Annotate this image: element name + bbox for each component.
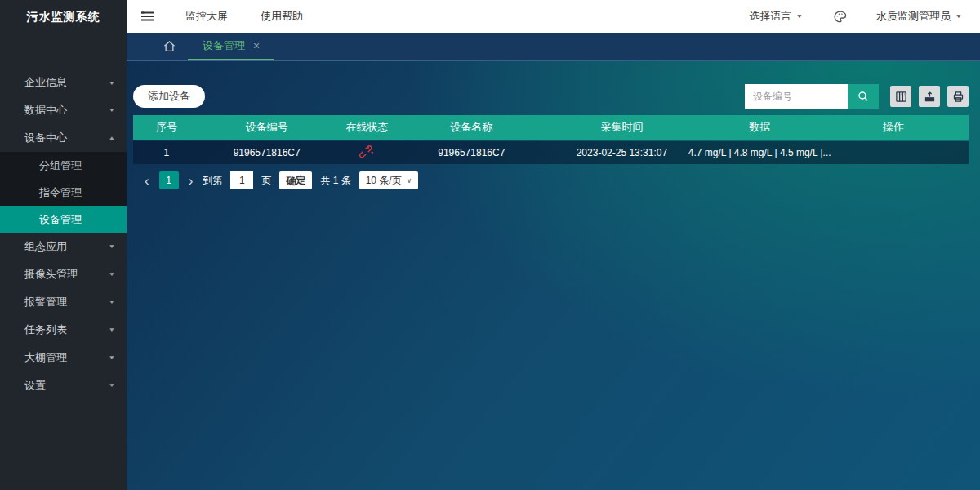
cell-device-name: 9196571816C7 bbox=[400, 141, 542, 164]
sidebar-item-task-list[interactable]: 任务列表 ▼ bbox=[0, 316, 127, 344]
chevron-down-icon: ▼ bbox=[109, 107, 116, 113]
chevron-down-icon: ▼ bbox=[109, 79, 116, 85]
cell-operation bbox=[818, 141, 969, 164]
col-header-online-status: 在线状态 bbox=[334, 115, 401, 140]
table-header-row: 序号 设备编号 在线状态 设备名称 采集时间 数据 操作 bbox=[133, 115, 969, 140]
tab-bar: 设备管理 × bbox=[127, 33, 980, 61]
sidebar-subitem-device-management[interactable]: 设备管理 bbox=[0, 206, 127, 233]
page-1-button[interactable]: 1 bbox=[159, 172, 179, 189]
cell-collect-time: 2023-02-25 13:31:07 bbox=[542, 141, 701, 164]
cell-data: 4.7 mg/L | 4.8 mg/L | 4.5 mg/L |... bbox=[702, 141, 818, 164]
sidebar-menu: 企业信息 ▼ 数据中心 ▼ 设备中心 ▲ 分组管理 指令管理 设备管理 组态应用… bbox=[0, 69, 127, 399]
top-navbar: 监控大屏 使用帮助 选择语言 ▼ 水质监测管理员 ▼ bbox=[127, 0, 980, 33]
col-header-operation: 操作 bbox=[818, 115, 969, 140]
sidebar-item-enterprise-info[interactable]: 企业信息 ▼ bbox=[0, 69, 127, 96]
chevron-down-icon: ▼ bbox=[109, 382, 116, 388]
col-header-device-id: 设备编号 bbox=[200, 115, 334, 140]
app-title: 污水监测系统 bbox=[0, 0, 127, 33]
search-icon bbox=[857, 90, 870, 103]
tab-device-management[interactable]: 设备管理 × bbox=[188, 33, 274, 60]
offline-broken-link-icon bbox=[359, 145, 375, 161]
goto-suffix-label: 页 bbox=[261, 174, 271, 188]
add-device-button[interactable]: 添加设备 bbox=[133, 85, 205, 108]
nav-monitor-screen[interactable]: 监控大屏 bbox=[185, 9, 247, 24]
chevron-down-icon: ▼ bbox=[109, 271, 116, 277]
tab-home[interactable] bbox=[151, 33, 188, 60]
collapse-menu-icon bbox=[140, 10, 155, 23]
table-toolbar: 添加设备 bbox=[133, 84, 969, 109]
table-row[interactable]: 1 9196571816C7 9196571816C7 2023-02-25 1… bbox=[133, 141, 969, 164]
chevron-down-icon: ▼ bbox=[109, 327, 116, 332]
sidebar-item-device-center[interactable]: 设备中心 ▲ bbox=[0, 124, 127, 152]
sidebar-item-greenhouse-management[interactable]: 大棚管理 ▼ bbox=[0, 344, 127, 372]
cell-no: 1 bbox=[133, 141, 200, 164]
page-number-input[interactable] bbox=[230, 172, 253, 189]
sidebar-item-settings[interactable]: 设置 ▼ bbox=[0, 372, 127, 399]
col-header-collect-time: 采集时间 bbox=[542, 115, 701, 140]
col-header-device-name: 设备名称 bbox=[400, 115, 542, 140]
chevron-up-icon: ▲ bbox=[109, 135, 116, 140]
filter-columns-icon bbox=[895, 91, 907, 103]
next-page-icon[interactable]: › bbox=[187, 174, 195, 188]
chevron-down-icon: ∨ bbox=[407, 176, 412, 185]
export-icon bbox=[924, 91, 936, 103]
nav-help[interactable]: 使用帮助 bbox=[261, 9, 323, 24]
chevron-down-icon: ▼ bbox=[109, 243, 116, 249]
home-icon bbox=[163, 40, 176, 53]
collapse-menu-icon[interactable] bbox=[140, 8, 156, 24]
close-icon[interactable]: × bbox=[253, 39, 260, 52]
total-count-label: 共 1 条 bbox=[320, 174, 350, 188]
user-menu[interactable]: 水质监测管理员 ▼ bbox=[876, 9, 962, 24]
print-icon bbox=[952, 91, 964, 103]
sidebar-item-alarm-management[interactable]: 报警管理 ▼ bbox=[0, 288, 127, 316]
sidebar-item-data-center[interactable]: 数据中心 ▼ bbox=[0, 96, 127, 124]
pagination: ‹ 1 › 到第 页 确定 共 1 条 10 条/页 ∨ bbox=[133, 172, 969, 189]
sidebar-item-camera-management[interactable]: 摄像头管理 ▼ bbox=[0, 261, 127, 288]
navbar-right: 选择语言 ▼ 水质监测管理员 ▼ bbox=[749, 7, 962, 25]
print-button[interactable] bbox=[947, 86, 969, 107]
chevron-down-icon: ▼ bbox=[956, 13, 963, 19]
theme-palette-icon bbox=[833, 10, 847, 24]
table-tool-icons bbox=[890, 86, 969, 107]
col-header-no: 序号 bbox=[133, 115, 200, 140]
page-size-select[interactable]: 10 条/页 ∨ bbox=[359, 172, 419, 189]
sidebar-item-configuration-app[interactable]: 组态应用 ▼ bbox=[0, 233, 127, 261]
search-button[interactable] bbox=[848, 84, 879, 109]
main-column: 监控大屏 使用帮助 选择语言 ▼ 水质监测管理员 ▼ bbox=[127, 0, 980, 490]
confirm-page-button[interactable]: 确定 bbox=[279, 172, 312, 189]
theme-palette-icon[interactable] bbox=[831, 7, 849, 25]
sidebar-subitem-group-management[interactable]: 分组管理 bbox=[0, 152, 127, 179]
col-header-data: 数据 bbox=[702, 115, 818, 140]
user-name: 水质监测管理员 bbox=[876, 9, 951, 24]
sidebar-subitem-command-management[interactable]: 指令管理 bbox=[0, 179, 127, 206]
content-area: 添加设备 bbox=[127, 61, 980, 490]
filter-columns-button[interactable] bbox=[890, 86, 911, 107]
chevron-down-icon: ▼ bbox=[109, 354, 116, 360]
cell-device-id: 9196571816C7 bbox=[200, 141, 334, 164]
search-group bbox=[745, 84, 969, 109]
cell-online-status bbox=[334, 141, 401, 164]
search-input[interactable] bbox=[745, 84, 848, 109]
language-select[interactable]: 选择语言 ▼ bbox=[749, 9, 803, 24]
device-center-submenu: 分组管理 指令管理 设备管理 bbox=[0, 152, 127, 233]
chevron-down-icon: ▼ bbox=[109, 299, 116, 305]
export-button[interactable] bbox=[919, 86, 940, 107]
prev-page-icon[interactable]: ‹ bbox=[143, 174, 151, 188]
chevron-down-icon: ▼ bbox=[796, 13, 804, 19]
goto-prefix-label: 到第 bbox=[203, 174, 222, 188]
sidebar: 污水监测系统 企业信息 ▼ 数据中心 ▼ 设备中心 ▲ 分组管理 指令管理 设备… bbox=[0, 0, 127, 490]
device-table: 序号 设备编号 在线状态 设备名称 采集时间 数据 操作 1 919657181… bbox=[133, 115, 969, 164]
